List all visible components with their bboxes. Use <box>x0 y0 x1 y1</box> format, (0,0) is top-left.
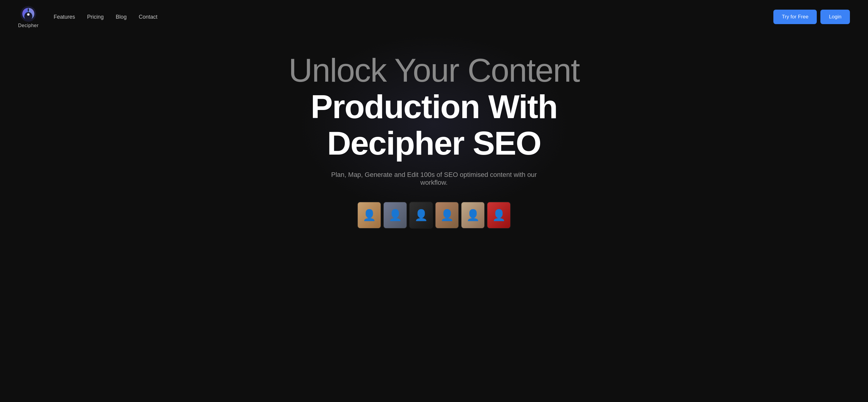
logo-icon <box>20 5 37 22</box>
hero-title: Unlock Your Content Production With Deci… <box>289 52 580 161</box>
avatar-face-5 <box>461 202 484 228</box>
hero-title-line1: Unlock Your Content <box>289 52 580 88</box>
nav-item-features: Features <box>54 14 75 20</box>
avatar-5 <box>461 202 485 229</box>
try-for-free-button[interactable]: Try for Free <box>773 10 817 24</box>
nav-link-contact[interactable]: Contact <box>138 14 157 20</box>
nav-links: Features Pricing Blog Contact <box>54 14 157 20</box>
nav-link-blog[interactable]: Blog <box>116 14 127 20</box>
avatar-strip <box>356 202 512 229</box>
avatar-face-1 <box>358 202 381 228</box>
logo-text: Decipher <box>18 23 38 28</box>
nav-item-pricing: Pricing <box>87 14 104 20</box>
navbar: Decipher Features Pricing Blog Contact T… <box>0 0 868 34</box>
avatar-3 <box>409 202 433 229</box>
hero-title-line2: Production With <box>289 88 580 125</box>
navbar-left: Decipher Features Pricing Blog Contact <box>18 5 157 28</box>
avatar-face-3 <box>410 202 433 228</box>
nav-item-contact: Contact <box>138 14 157 20</box>
avatar-6 <box>487 202 511 229</box>
svg-point-1 <box>27 13 30 16</box>
avatar-2 <box>383 202 407 229</box>
avatar-face-2 <box>384 202 407 228</box>
nav-link-pricing[interactable]: Pricing <box>87 14 104 20</box>
avatar-4 <box>435 202 459 229</box>
login-button[interactable]: Login <box>820 10 850 24</box>
avatar-1 <box>357 202 381 229</box>
hero-subtitle: Plan, Map, Generate and Edit 100s of SEO… <box>329 171 539 187</box>
avatar-face-4 <box>435 202 458 228</box>
hero-title-line3: Decipher SEO <box>289 125 580 161</box>
hero-section: Unlock Your Content Production With Deci… <box>0 34 868 241</box>
nav-item-blog: Blog <box>116 14 127 20</box>
avatar-face-6 <box>487 202 510 228</box>
nav-link-features[interactable]: Features <box>54 14 75 20</box>
logo-link[interactable]: Decipher <box>18 5 38 28</box>
navbar-right: Try for Free Login <box>773 10 850 24</box>
